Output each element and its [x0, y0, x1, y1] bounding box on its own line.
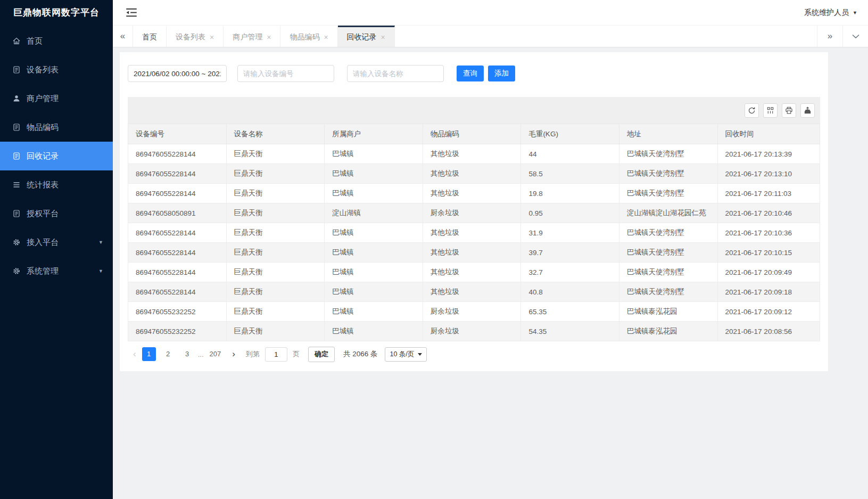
tab-item-code[interactable]: 物品编码 ×: [280, 26, 337, 47]
cell-device-no: 869476058050891: [128, 203, 227, 223]
sidebar-item-label: 接入平台: [27, 238, 59, 248]
cell-device-name: 巨鼎天衡: [226, 282, 325, 302]
cell-address: 巴城镇天使湾别墅: [619, 144, 717, 164]
close-icon[interactable]: ×: [267, 34, 271, 41]
col-item-code: 物品编码: [423, 124, 521, 144]
sidebar-item-recycle-records[interactable]: 回收记录: [0, 142, 113, 170]
device-name-input[interactable]: [347, 65, 444, 82]
total-count: 共 2066 条: [343, 349, 378, 359]
table-toolbar: [128, 97, 820, 124]
sidebar-item-merchant[interactable]: 商户管理: [0, 84, 113, 113]
cell-device-name: 巨鼎天衡: [226, 184, 325, 203]
cell-address: 巴城镇天使湾别墅: [619, 164, 717, 184]
cell-gross-weight: 32.7: [521, 263, 619, 282]
cell-recycle-time: 2021-06-17 20:13:39: [717, 144, 820, 164]
cell-merchant: 巴城镇: [325, 322, 423, 341]
sidebar-item-access-platform[interactable]: 接入平台 ▼: [0, 228, 113, 257]
cell-address: 巴城镇天使湾别墅: [619, 243, 717, 263]
goto-confirm-button[interactable]: 确定: [308, 347, 335, 362]
cell-recycle-time: 2021-06-17 20:10:36: [717, 223, 820, 243]
tabs-menu-button[interactable]: [842, 26, 868, 47]
page-size-value: 10 条/页: [390, 350, 414, 359]
cell-device-name: 巨鼎天衡: [226, 302, 325, 322]
chevron-down-icon[interactable]: ▼: [98, 268, 103, 274]
menu-fold-icon[interactable]: [126, 8, 137, 18]
search-button[interactable]: 查询: [457, 66, 484, 81]
table-row: 869476055232252 巨鼎天衡 巴城镇 厨余垃圾 54.35 巴城镇泰…: [128, 322, 820, 341]
goto-page-input[interactable]: [265, 347, 287, 362]
sidebar-item-system-mgmt[interactable]: 系统管理 ▼: [0, 257, 113, 285]
tab-device-list[interactable]: 设备列表 ×: [167, 26, 224, 47]
table-row: 869476055228144 巨鼎天衡 巴城镇 其他垃圾 40.8 巴城镇天使…: [128, 282, 820, 302]
sidebar-item-home[interactable]: 首页: [0, 27, 113, 55]
cell-item-code: 厨余垃圾: [423, 322, 521, 341]
tabs-scroll-right-button[interactable]: »: [817, 26, 842, 47]
cell-merchant: 淀山湖镇: [325, 203, 423, 223]
top-header: 系统维护人员 ▼: [113, 0, 868, 26]
user-name: 系统维护人员: [804, 8, 849, 18]
table-header-row: 设备编号 设备名称 所属商户 物品编码 毛重(KG) 地址 回收时间: [128, 124, 820, 144]
page-size-select[interactable]: 10 条/页: [385, 347, 427, 362]
export-button[interactable]: [800, 103, 815, 118]
user-dropdown[interactable]: 系统维护人员 ▼: [804, 8, 857, 18]
device-no-input[interactable]: [237, 65, 334, 82]
sidebar-item-label: 首页: [27, 36, 43, 46]
cell-device-name: 巨鼎天衡: [226, 243, 325, 263]
cell-device-name: 巨鼎天衡: [226, 144, 325, 164]
sidebar-item-auth-platform[interactable]: 授权平台: [0, 199, 113, 228]
close-icon[interactable]: ×: [324, 34, 328, 41]
sidebar-item-label: 回收记录: [27, 151, 59, 161]
tabs-scroll-left-button[interactable]: «: [113, 26, 133, 47]
col-device-name: 设备名称: [226, 124, 325, 144]
user-icon: [12, 94, 21, 103]
select-caret-icon: [418, 353, 422, 356]
cell-merchant: 巴城镇: [325, 263, 423, 282]
cell-device-name: 巨鼎天衡: [226, 223, 325, 243]
print-button[interactable]: [782, 103, 796, 118]
date-range-input[interactable]: [128, 65, 227, 82]
tab-recycle-records[interactable]: 回收记录 ×: [338, 26, 395, 47]
cell-device-no: 869476055228144: [128, 223, 227, 243]
sidebar-item-label: 系统管理: [27, 266, 59, 276]
tab-home[interactable]: 首页: [133, 26, 167, 47]
tab-bar: « 首页 设备列表 × 商户管理 × 物品编码 × 回收记录 × »: [113, 26, 868, 47]
cell-item-code: 厨余垃圾: [423, 302, 521, 322]
prev-page-icon[interactable]: ‹: [130, 349, 139, 359]
page-button-2[interactable]: 2: [161, 347, 175, 361]
page-button-last[interactable]: 207: [208, 347, 224, 361]
cell-recycle-time: 2021-06-17 20:08:56: [717, 322, 820, 341]
add-button[interactable]: 添加: [488, 66, 515, 81]
sidebar-menu: 首页 设备列表 商户管理 物品编码: [0, 27, 113, 285]
sidebar-item-label: 授权平台: [27, 209, 59, 219]
table-row: 869476055228144 巨鼎天衡 巴城镇 其他垃圾 31.9 巴城镇天使…: [128, 223, 820, 243]
table-row: 869476055232252 巨鼎天衡 巴城镇 厨余垃圾 65.35 巴城镇泰…: [128, 302, 820, 322]
cell-item-code: 其他垃圾: [423, 282, 521, 302]
col-gross-weight: 毛重(KG): [521, 124, 619, 144]
tab-merchant[interactable]: 商户管理 ×: [224, 26, 280, 47]
list-icon: [12, 152, 21, 161]
cell-device-name: 巨鼎天衡: [226, 322, 325, 341]
home-icon: [12, 37, 21, 46]
columns-button[interactable]: [763, 103, 778, 118]
cell-address: 淀山湖镇淀山湖花园仁苑: [619, 203, 717, 223]
sidebar-item-label: 设备列表: [27, 65, 59, 75]
refresh-button[interactable]: [745, 103, 759, 118]
close-icon[interactable]: ×: [210, 34, 214, 41]
sidebar-item-device-list[interactable]: 设备列表: [0, 55, 113, 84]
cell-device-name: 巨鼎天衡: [226, 203, 325, 223]
cell-item-code: 其他垃圾: [423, 223, 521, 243]
cell-merchant: 巴城镇: [325, 302, 423, 322]
cell-recycle-time: 2021-06-17 20:11:03: [717, 184, 820, 203]
sidebar-item-item-code[interactable]: 物品编码: [0, 113, 113, 142]
next-page-icon[interactable]: ›: [229, 349, 238, 359]
page-button-3[interactable]: 3: [180, 347, 194, 361]
sidebar-item-stats-report[interactable]: 统计报表: [0, 170, 113, 199]
chevron-down-icon[interactable]: ▼: [98, 240, 103, 245]
cell-item-code: 其他垃圾: [423, 243, 521, 263]
tab-label: 物品编码: [290, 32, 319, 42]
close-icon[interactable]: ×: [381, 34, 385, 41]
app-title: 巨鼎物联网数字平台: [0, 0, 113, 26]
page-button-1[interactable]: 1: [142, 347, 156, 361]
page-unit-label: 页: [293, 349, 300, 359]
cell-gross-weight: 65.35: [521, 302, 619, 322]
